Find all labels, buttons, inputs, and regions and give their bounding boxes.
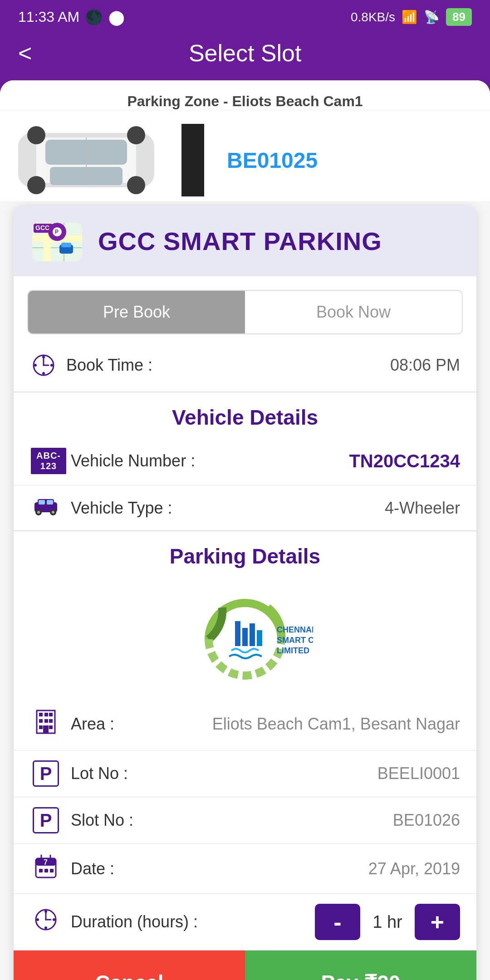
- duration-row: Duration (hours) : - 1 hr +: [14, 894, 476, 951]
- status-right: 0.8KB/s 📶 📡 89: [351, 8, 472, 26]
- duration-clock-icon: [30, 908, 62, 936]
- svg-rect-49: [39, 719, 43, 723]
- slot-label: Slot No :: [71, 811, 384, 830]
- clock-icon: [30, 352, 57, 379]
- page-title: Select Slot: [45, 39, 445, 67]
- network-speed: 0.8KB/s: [351, 10, 395, 24]
- pay-button[interactable]: Pay ₹20: [245, 951, 476, 980]
- gcc-app-title: GCC SMART PARKING: [98, 226, 382, 256]
- svg-point-4: [27, 126, 45, 144]
- date-label: Date :: [71, 859, 359, 878]
- svg-rect-20: [61, 243, 71, 247]
- svg-point-27: [42, 372, 45, 375]
- parking-zone-banner: Parking Zone - Eliots Beach Cam1: [0, 80, 490, 110]
- lot-p-icon: P: [30, 760, 62, 787]
- book-now-tab[interactable]: Book Now: [245, 291, 462, 333]
- car-image: [0, 124, 172, 196]
- svg-rect-32: [39, 500, 45, 505]
- battery-indicator: 89: [446, 8, 472, 26]
- svg-point-5: [127, 126, 145, 144]
- main-content: Parking Zone - Eliots Beach Cam1: [0, 80, 490, 980]
- csc-logo: CHENNAI SMART CITY LIMITED: [177, 589, 313, 689]
- date-value: 27 Apr, 2019: [368, 859, 460, 878]
- svg-rect-48: [49, 713, 53, 716]
- svg-text:LIMITED: LIMITED: [277, 646, 309, 655]
- license-plate-icon: ABC-123: [30, 447, 62, 475]
- slot-number-row: P Slot No : BE01026: [14, 797, 476, 844]
- back-button[interactable]: <: [18, 39, 32, 67]
- svg-rect-54: [43, 725, 49, 733]
- slot-value: BE01026: [393, 811, 460, 830]
- action-buttons: Cancel Pay ₹20: [14, 951, 476, 980]
- status-bar: 11:33 AM 🌑 ⬤ 0.8KB/s 📶 📡 89: [0, 0, 490, 30]
- svg-rect-50: [44, 719, 48, 723]
- vehicle-type-label: Vehicle Type :: [71, 499, 376, 518]
- svg-rect-40: [250, 623, 255, 646]
- lot-value: BEELI0001: [377, 764, 460, 783]
- svg-text:CHENNAI: CHENNAI: [277, 625, 313, 634]
- vehicle-details-header: Vehicle Details: [14, 392, 476, 437]
- increment-duration-button[interactable]: +: [415, 904, 460, 940]
- header: < Select Slot: [0, 30, 490, 80]
- vehicle-number-value: TN20CC1234: [349, 451, 460, 471]
- slot-number-display: BE01025: [213, 148, 490, 173]
- booking-modal-card: P GCC GCC SMART PARKING Pre Book Book No…: [14, 206, 476, 980]
- svg-rect-53: [49, 725, 53, 729]
- svg-rect-62: [50, 869, 54, 872]
- lot-number-row: P Lot No : BEELI0001: [14, 750, 476, 797]
- book-time-value: 08:06 PM: [390, 356, 460, 375]
- svg-rect-33: [47, 500, 53, 505]
- csc-logo-area: CHENNAI SMART CITY LIMITED: [14, 576, 476, 698]
- duration-label: Duration (hours) :: [71, 912, 306, 931]
- signal-icon: 📶: [402, 10, 417, 24]
- svg-point-7: [127, 176, 145, 194]
- cancel-button[interactable]: Cancel: [14, 951, 245, 980]
- svg-rect-47: [44, 713, 48, 716]
- svg-rect-39: [242, 628, 248, 646]
- parking-zone-label: Parking Zone - Eliots Beach Cam1: [127, 93, 363, 109]
- svg-text:SMART CITY: SMART CITY: [277, 636, 313, 645]
- moon-icon: 🌑: [85, 9, 103, 26]
- pre-book-tab[interactable]: Pre Book: [28, 291, 245, 333]
- area-label: Area :: [71, 715, 203, 734]
- status-left: 11:33 AM 🌑 ⬤: [18, 9, 125, 26]
- svg-point-26: [42, 356, 45, 358]
- svg-point-35: [37, 511, 40, 514]
- area-row: Area : Eliots Beach Cam1, Besant Nagar: [14, 698, 476, 750]
- vehicle-number-row: ABC-123 Vehicle Number : TN20CC1234: [14, 437, 476, 485]
- circle-icon: ⬤: [108, 9, 125, 26]
- decrement-duration-button[interactable]: -: [315, 904, 360, 940]
- lot-label: Lot No :: [71, 764, 368, 783]
- svg-text:P: P: [55, 229, 59, 235]
- svg-point-68: [36, 918, 39, 921]
- wifi-icon: 📡: [424, 10, 440, 24]
- svg-rect-52: [39, 725, 43, 729]
- svg-rect-60: [39, 869, 43, 872]
- book-time-label: Book Time :: [66, 356, 381, 375]
- book-time-row: Book Time : 08:06 PM: [14, 339, 476, 392]
- svg-point-66: [44, 910, 47, 913]
- parking-details-header: Parking Details: [14, 531, 476, 576]
- car-image-area: BE01025: [0, 110, 490, 201]
- parking-barrier: [181, 124, 204, 196]
- svg-text:7: 7: [44, 858, 48, 866]
- slot-p-icon: P: [30, 807, 62, 833]
- vehicle-type-value: 4-Wheeler: [385, 499, 460, 518]
- svg-point-28: [34, 364, 37, 367]
- booking-toggle[interactable]: Pre Book Book Now: [27, 290, 463, 334]
- duration-stepper[interactable]: - 1 hr +: [315, 904, 460, 940]
- vehicle-number-label: Vehicle Number :: [71, 451, 340, 470]
- vehicle-type-row: Vehicle Type : 4-Wheeler: [14, 485, 476, 531]
- svg-rect-51: [49, 719, 53, 723]
- svg-point-37: [52, 511, 54, 514]
- date-row: 7 Date : 27 Apr, 2019: [14, 844, 476, 894]
- svg-point-6: [27, 176, 45, 194]
- building-icon: [30, 708, 62, 740]
- svg-point-69: [53, 918, 55, 921]
- svg-rect-41: [257, 630, 262, 646]
- svg-rect-46: [39, 713, 43, 716]
- time-display: 11:33 AM: [18, 9, 79, 25]
- svg-point-29: [50, 364, 53, 367]
- svg-rect-38: [235, 621, 240, 646]
- svg-rect-61: [44, 869, 48, 872]
